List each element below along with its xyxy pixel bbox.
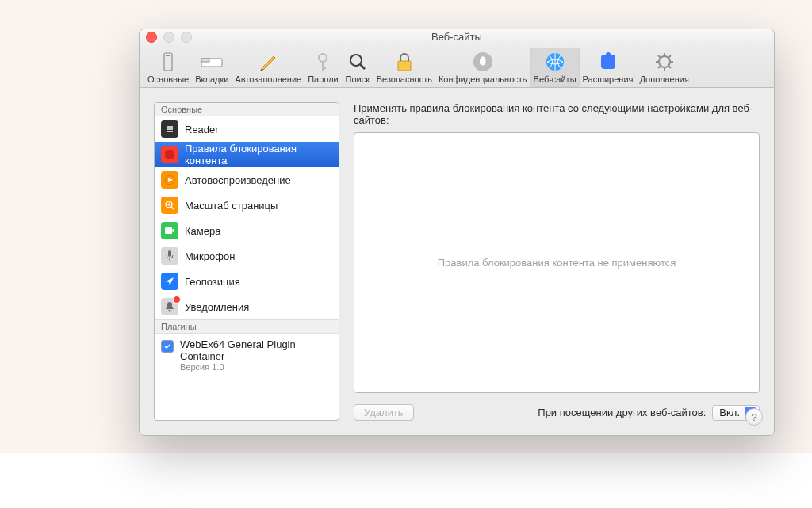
toolbar-label: Поиск	[346, 74, 370, 84]
toolbar-label: Дополнения	[640, 74, 689, 84]
svg-point-38	[169, 310, 171, 312]
sidebar-item-content-blockers[interactable]: Правила блокирования контента	[155, 142, 339, 167]
sidebar-item-page-zoom[interactable]: Масштаб страницы	[155, 193, 339, 218]
toolbar-label: Веб-сайты	[534, 74, 576, 84]
toolbar-label: Пароли	[308, 74, 339, 84]
svg-rect-6	[322, 67, 326, 69]
plugin-version: Версия 1.0	[180, 362, 332, 372]
microphone-icon	[161, 247, 178, 265]
lock-icon	[392, 51, 417, 73]
sidebar-item-label: Микрофон	[185, 250, 235, 262]
stop-icon	[161, 146, 178, 163]
svg-rect-9	[398, 61, 411, 71]
toolbar-privacy[interactable]: Конфиденциальность	[435, 48, 530, 87]
svg-marker-34	[172, 228, 174, 233]
svg-line-19	[658, 55, 661, 58]
delete-button-label: Удалить	[364, 407, 404, 418]
toolbar-general[interactable]: Основные	[144, 48, 192, 87]
toolbar-tabs[interactable]: Вкладки	[192, 48, 232, 87]
svg-rect-33	[165, 227, 172, 234]
svg-rect-5	[322, 61, 324, 71]
sidebar-section-plugins: Плагины	[155, 319, 339, 334]
default-visit-label: При посещении других веб-сайтов:	[538, 407, 706, 418]
toolbar-advanced[interactable]: Дополнения	[637, 48, 692, 87]
sidebar-item-reader[interactable]: Reader	[155, 116, 339, 142]
toolbar-label: Конфиденциальность	[439, 74, 527, 84]
toolbar-websites[interactable]: Веб-сайты	[530, 48, 580, 87]
sidebar-section-general: Основные	[155, 103, 339, 116]
content-heading: Применять правила блокирования контента …	[354, 102, 760, 126]
svg-rect-35	[168, 250, 171, 257]
toolbar-label: Расширения	[583, 74, 634, 84]
window-title: Веб-сайты	[140, 29, 774, 45]
sidebar-item-label: Правила блокирования контента	[185, 143, 332, 166]
sidebar-item-label: Уведомления	[185, 301, 249, 313]
sidebar-item-microphone[interactable]: Микрофон	[155, 243, 339, 269]
search-icon	[345, 51, 370, 73]
help-button[interactable]: ?	[745, 408, 763, 426]
sidebar-item-label: Reader	[185, 124, 219, 136]
hand-icon	[470, 51, 496, 73]
plugin-row[interactable]: WebEx64 General Plugin Container Версия …	[155, 334, 339, 376]
svg-marker-37	[166, 277, 174, 285]
toolbar: Основные Вкладки Автозаполнение	[140, 45, 774, 88]
globe-icon	[542, 51, 568, 73]
svg-line-30	[171, 207, 174, 209]
select-value: Вкл.	[719, 407, 740, 418]
preferences-window: Веб-сайты Основные Вкладки	[139, 29, 775, 436]
empty-state-text: Правила блокирования контента не применя…	[438, 257, 676, 269]
sidebar-item-label: Автовоспроизведение	[185, 174, 291, 186]
toolbar-security[interactable]: Безопасность	[373, 48, 435, 87]
pencil-icon	[255, 51, 281, 73]
plugin-name: WebEx64 General Plugin Container	[180, 338, 332, 362]
toolbar-label: Автозаполнение	[235, 74, 301, 84]
reader-icon	[161, 120, 178, 138]
toolbar-label: Вкладки	[195, 74, 228, 84]
toolbar-autofill[interactable]: Автозаполнение	[232, 48, 304, 87]
sidebar-item-location[interactable]: Геопозиция	[155, 269, 339, 294]
gear-icon	[652, 51, 677, 73]
website-list[interactable]: Правила блокирования контента не применя…	[354, 132, 760, 393]
sidebar-item-notifications[interactable]: Уведомления	[155, 294, 339, 319]
sidebar-item-autoplay[interactable]: Автовоспроизведение	[155, 167, 339, 193]
svg-line-22	[658, 66, 661, 68]
sidebar-item-label: Геопозиция	[185, 276, 240, 288]
toolbar-label: Основные	[147, 74, 189, 84]
sidebar: Основные Reader Правила блокирования кон…	[154, 102, 339, 421]
sidebar-item-label: Масштаб страницы	[185, 200, 278, 212]
svg-rect-3	[201, 59, 209, 62]
sidebar-item-label: Камера	[185, 225, 220, 237]
delete-button[interactable]: Удалить	[354, 404, 414, 421]
location-icon	[161, 273, 178, 290]
toolbar-label: Безопасность	[377, 74, 432, 84]
svg-marker-26	[165, 150, 174, 159]
svg-rect-1	[166, 55, 170, 56]
content-pane: Применять правила блокирования контента …	[354, 102, 760, 421]
svg-point-4	[319, 54, 327, 62]
plugin-checkbox[interactable]	[161, 340, 174, 353]
svg-line-20	[668, 66, 671, 68]
zoom-icon	[161, 197, 178, 214]
toolbar-passwords[interactable]: Пароли	[304, 48, 342, 87]
puzzle-icon	[596, 51, 621, 73]
switches-icon	[155, 51, 181, 73]
play-icon	[161, 171, 178, 189]
key-icon	[310, 51, 335, 73]
notification-dot	[173, 296, 181, 304]
toolbar-search[interactable]: Поиск	[342, 48, 373, 87]
tabs-icon	[199, 51, 224, 73]
svg-point-14	[659, 56, 670, 67]
svg-point-13	[606, 52, 611, 57]
camera-icon	[161, 222, 178, 239]
svg-line-21	[668, 55, 671, 58]
titlebar: Веб-сайты	[140, 29, 774, 45]
svg-point-7	[350, 55, 362, 66]
toolbar-extensions[interactable]: Расширения	[580, 48, 637, 87]
svg-line-8	[360, 64, 365, 69]
sidebar-item-camera[interactable]: Камера	[155, 218, 339, 243]
